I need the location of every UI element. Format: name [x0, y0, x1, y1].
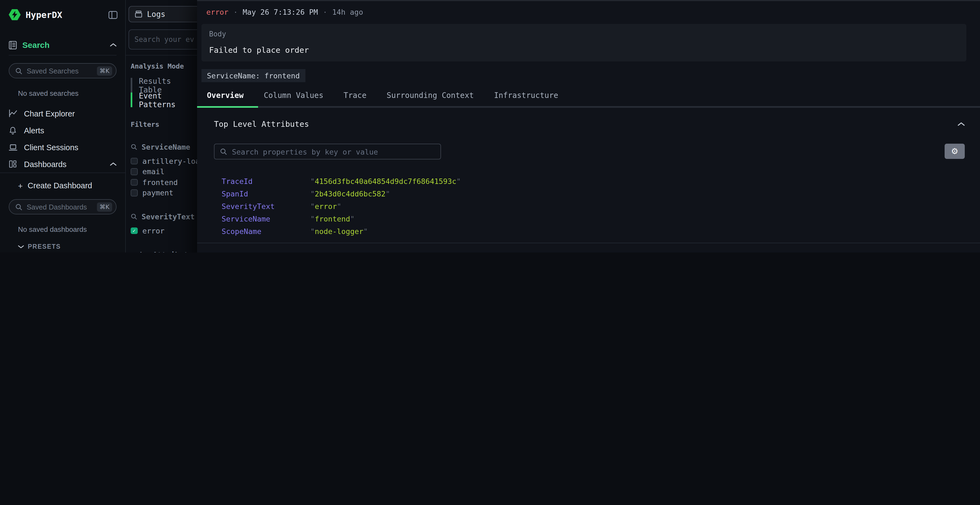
attribute-key[interactable]: TraceId	[221, 177, 310, 189]
analysis-mode-option[interactable]: Results Table	[130, 78, 197, 92]
attribute-key[interactable]: SpanId	[221, 189, 310, 202]
sidebar-section-search[interactable]: Search	[9, 40, 116, 56]
divider	[0, 173, 125, 173]
nav-label: Dashboards	[24, 160, 67, 168]
attribute-row: SpanId "2b43d0c4dd6bc582"	[214, 189, 965, 202]
attribute-row: ScopeName "node-logger"	[214, 227, 965, 240]
filter-option[interactable]: ✓ artillery-loa	[130, 156, 197, 166]
journal-icon	[9, 41, 17, 49]
no-saved-dashboards-text: No saved dashboards	[18, 225, 125, 233]
property-search-input[interactable]: Search properties by key or value	[214, 144, 441, 159]
body-label: Body	[209, 30, 959, 38]
property-search-placeholder: Search properties by key or value	[232, 147, 378, 156]
divider	[126, 55, 197, 56]
detail-tabs: OverviewColumn ValuesTraceSurrounding Co…	[197, 91, 980, 108]
checkbox[interactable]: ✓	[130, 227, 137, 234]
search-icon	[15, 203, 22, 210]
search-icon	[220, 148, 227, 155]
bell-icon	[9, 126, 18, 135]
no-saved-searches-text: No saved searches	[18, 89, 125, 97]
chart-icon	[9, 110, 18, 118]
analysis-mode-option[interactable]: Event Patterns	[130, 92, 197, 107]
gear-icon: ⚙	[951, 146, 958, 156]
attribute-value[interactable]: "error"	[310, 202, 341, 214]
presets-toggle[interactable]: PRESETS	[18, 243, 125, 250]
section-title: Top Level Attributes	[214, 120, 309, 129]
filter-option[interactable]: ✓ error	[130, 225, 197, 236]
sidebar-item-chart-explorer[interactable]: Chart Explorer	[0, 105, 125, 122]
chevron-up-icon	[110, 43, 116, 47]
nav-label: Chart Explorer	[24, 109, 75, 118]
filter-option-label: artillery-loa	[142, 157, 197, 165]
saved-dashboards-input[interactable]: Saved Dashboards ⌘K	[9, 199, 116, 214]
filter-option-label: payment	[142, 189, 173, 197]
servicename-options: ✓ artillery-loa ✓ email ✓ frontend ✓ pay…	[130, 156, 197, 198]
tab[interactable]: Trace	[344, 91, 366, 100]
attribute-value[interactable]: "frontend"	[310, 214, 355, 227]
search-icon	[130, 144, 137, 150]
attribute-key[interactable]: ScopeName	[221, 227, 310, 240]
event-detail-panel: error · May 26 7:13:26 PM · 14h ago Body…	[197, 0, 980, 252]
tab[interactable]: Column Values	[264, 91, 323, 100]
analysis-mode-option-label: Event Patterns	[139, 91, 197, 108]
search-icon	[130, 213, 137, 220]
checkbox[interactable]: ✓	[130, 157, 137, 164]
collapse-section-icon[interactable]	[958, 122, 965, 126]
source-label: Logs	[147, 10, 165, 19]
analysis-mode-label: Analysis Mode	[130, 62, 197, 70]
filter-option[interactable]: ✓ email	[130, 166, 197, 177]
attribute-value[interactable]: "node-logger"	[310, 227, 368, 240]
create-dashboard-button[interactable]: + Create Dashboard	[9, 179, 116, 192]
checkbox[interactable]: ✓	[130, 179, 137, 186]
sidebar: HyperDX Search Saved Searches ⌘K No save…	[0, 0, 126, 252]
filters-label: Filters	[130, 120, 197, 129]
filter-option[interactable]: ✓ payment	[130, 187, 197, 198]
filter-option-label: email	[142, 167, 164, 176]
sidebar-item-dashboards[interactable]: Dashboards	[0, 156, 125, 173]
column-settings-button[interactable]: ⚙	[945, 144, 965, 159]
attribute-value[interactable]: "2b43d0c4dd6bc582"	[310, 189, 390, 202]
filter-group-severitytext[interactable]: SeverityText	[130, 212, 197, 221]
tab[interactable]: Infrastructure	[494, 91, 558, 100]
source-selector-logs[interactable]: Logs	[129, 6, 197, 22]
attribute-key[interactable]: SeverityText	[221, 202, 310, 214]
filter-group-servicename[interactable]: ServiceName	[130, 143, 197, 151]
cmd-k-shortcut: ⌘K	[97, 202, 112, 211]
search-icon	[130, 251, 135, 252]
sidebar-item-client-sessions[interactable]: Client Sessions	[0, 139, 125, 156]
saved-searches-placeholder: Saved Searches	[27, 67, 97, 75]
attribute-value[interactable]: "4156d3fbc40a64854d9dc7f68641593c"	[310, 177, 461, 189]
filter-option-label: error	[142, 226, 164, 235]
analysis-mode-options: Results Table Event Patterns	[130, 78, 197, 107]
preset-item[interactable]: ClickHouse	[0, 250, 125, 252]
tab[interactable]: Overview	[207, 91, 243, 100]
cmd-k-shortcut: ⌘K	[97, 66, 112, 75]
separator: ·	[323, 8, 327, 16]
body-value: Failed to place order	[209, 46, 959, 54]
service-name-chip[interactable]: ServiceName: frontend	[202, 69, 305, 82]
laptop-icon	[9, 143, 18, 151]
saved-searches-input[interactable]: Saved Searches ⌘K	[9, 63, 116, 78]
event-search-input[interactable]: Search your ev	[129, 29, 197, 49]
filter-option[interactable]: ✓ frontend	[130, 177, 197, 187]
sidebar-search-label: Search	[22, 40, 49, 49]
top-level-attributes-section: Top Level Attributes Search properties b…	[197, 108, 980, 240]
severitytext-options: ✓ error	[130, 225, 197, 236]
dashboard-grid-icon	[9, 160, 18, 168]
hyperdx-logo-icon	[9, 9, 21, 21]
tab[interactable]: Surrounding Context	[387, 91, 474, 100]
event-header: error · May 26 7:13:26 PM · 14h ago	[197, 1, 980, 16]
filter-group-logattributes[interactable]: LogAttributes	[130, 250, 197, 252]
collapse-sidebar-icon[interactable]	[108, 11, 118, 19]
checkbox[interactable]: ✓	[130, 189, 137, 196]
sidebar-item-alerts[interactable]: Alerts	[0, 122, 125, 139]
brand-row: HyperDX	[0, 0, 125, 21]
create-dashboard-label: Create Dashboard	[28, 181, 92, 190]
plus-icon: +	[18, 181, 23, 190]
filter-group-name: ServiceName	[142, 143, 190, 151]
attribute-key[interactable]: ServiceName	[221, 214, 310, 227]
checkbox[interactable]: ✓	[130, 168, 137, 175]
search-icon	[15, 67, 22, 74]
preset-list: ClickHouseServicesKubernetes	[0, 250, 125, 252]
filter-option-label: frontend	[142, 178, 178, 187]
